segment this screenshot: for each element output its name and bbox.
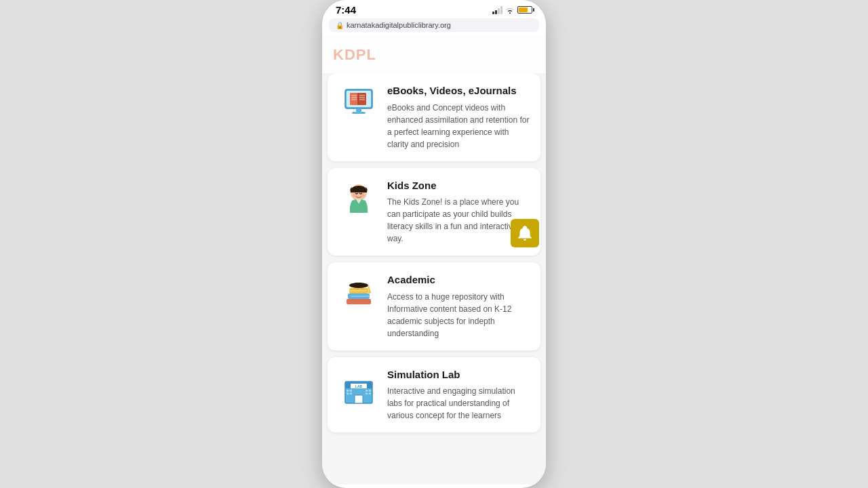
signal-icon xyxy=(492,6,502,14)
status-icons xyxy=(492,6,532,14)
card-kids-zone[interactable]: Kids Zone The Kids Zone! is a place wher… xyxy=(328,168,540,256)
card-simulation-lab[interactable]: LAB Simulation Lab In xyxy=(328,357,540,433)
card-kids-zone-desc: The Kids Zone! is a place where you can … xyxy=(387,196,530,245)
page-header: KDPL xyxy=(322,36,546,73)
battery-fill xyxy=(519,7,528,12)
svg-rect-29 xyxy=(355,395,363,403)
svg-point-15 xyxy=(361,193,365,197)
card-ebooks-text: eBooks, Videos, eJournals eBooks and Con… xyxy=(387,84,530,150)
status-bar: 7:44 xyxy=(322,0,546,18)
svg-point-22 xyxy=(368,291,371,293)
bell-icon xyxy=(516,224,534,242)
content-area[interactable]: KDPL xyxy=(322,36,546,485)
kids-zone-icon xyxy=(338,179,379,220)
wifi-icon xyxy=(505,6,515,14)
card-academic-text: Academic Access to a huge repository wit… xyxy=(387,273,530,340)
ebooks-icon xyxy=(338,84,379,125)
card-simulation-lab-desc: Interactive and engaging simulation labs… xyxy=(387,385,530,422)
svg-text:LAB: LAB xyxy=(355,384,363,388)
card-ebooks[interactable]: eBooks, Videos, eJournals eBooks and Con… xyxy=(328,73,540,161)
status-time: 7:44 xyxy=(336,4,356,16)
svg-rect-11 xyxy=(356,108,361,112)
header-title: KDPL xyxy=(333,46,376,64)
card-simulation-lab-title: Simulation Lab xyxy=(387,368,530,382)
url-text: karnatakadigitalpubliclibrary.org xyxy=(347,21,451,29)
svg-point-14 xyxy=(353,193,357,197)
url-bar[interactable]: 🔒 karnatakadigitalpubliclibrary.org xyxy=(329,18,539,32)
svg-rect-20 xyxy=(356,283,361,285)
card-kids-zone-text: Kids Zone The Kids Zone! is a place wher… xyxy=(387,179,530,245)
simulation-lab-icon: LAB xyxy=(338,368,379,409)
card-ebooks-desc: eBooks and Concept videos with enhanced … xyxy=(387,102,530,150)
card-academic-title: Academic xyxy=(387,273,530,287)
card-ebooks-title: eBooks, Videos, eJournals xyxy=(387,84,530,98)
svg-rect-16 xyxy=(347,299,371,304)
battery-icon xyxy=(517,6,532,14)
card-simulation-lab-text: Simulation Lab Interactive and engaging … xyxy=(387,368,530,422)
svg-rect-12 xyxy=(352,112,366,114)
notification-badge[interactable] xyxy=(511,219,539,247)
phone-frame: 7:44 🔒 karnatakadigitalpubliclibrary.org… xyxy=(322,0,546,488)
card-academic[interactable]: Academic Access to a huge repository wit… xyxy=(328,262,540,350)
card-academic-desc: Access to a huge repository with Informa… xyxy=(387,291,530,340)
svg-rect-2 xyxy=(350,93,358,105)
svg-line-21 xyxy=(368,285,370,291)
lock-icon: 🔒 xyxy=(336,22,344,29)
svg-rect-3 xyxy=(358,93,366,105)
card-kids-zone-title: Kids Zone xyxy=(387,179,530,192)
academic-icon xyxy=(338,273,379,314)
